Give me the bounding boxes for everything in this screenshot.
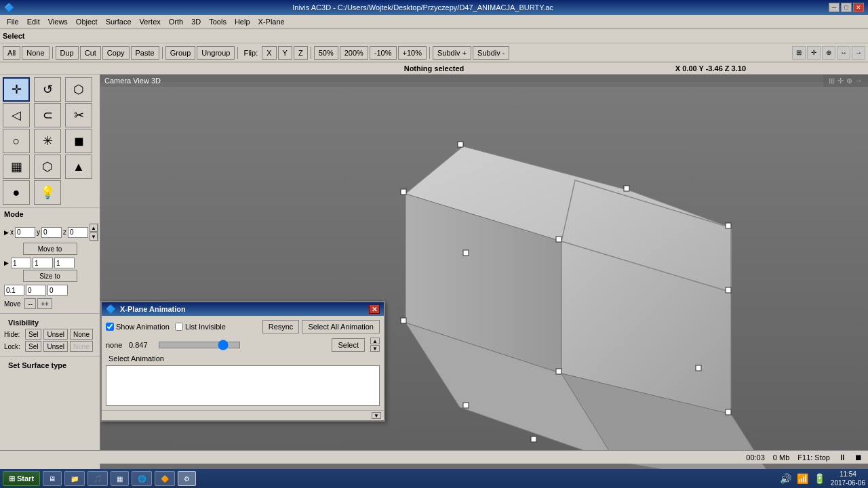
subdiv-plus-button[interactable]: Subdiv + — [433, 46, 471, 60]
lock-none-btn[interactable]: None — [70, 341, 93, 352]
nav-icon-4[interactable]: ↔ — [837, 46, 850, 60]
volume-icon[interactable]: 🔊 — [780, 473, 791, 484]
stop-icon[interactable]: ⏹ — [854, 453, 863, 462]
hide-none-btn[interactable]: None — [70, 329, 93, 340]
offset-x-input[interactable] — [4, 285, 24, 296]
nav-icon-2[interactable]: ✛ — [807, 46, 821, 60]
menu-vertex[interactable]: Vertex — [136, 16, 165, 27]
start-button[interactable]: ⊞ Start — [3, 471, 40, 486]
cut-button[interactable]: Cut — [80, 46, 101, 60]
move-tool-icon[interactable]: ✛ — [3, 77, 30, 102]
menu-object[interactable]: Object — [72, 16, 102, 27]
animation-list[interactable] — [106, 365, 380, 406]
resync-button[interactable]: Resync — [262, 320, 300, 333]
prism-icon[interactable]: ▲ — [65, 155, 92, 179]
nav-icon-5[interactable]: → — [852, 46, 865, 60]
menu-file[interactable]: File — [3, 16, 23, 27]
hide-sel-btn[interactable]: Sel — [25, 329, 41, 340]
taskbar-app-folder[interactable]: 📁 — [64, 471, 85, 486]
show-animation-checkbox[interactable] — [106, 323, 114, 331]
zoom-200-button[interactable]: 200% — [340, 46, 368, 60]
animation-slider[interactable] — [159, 342, 240, 348]
zoom-minus-button[interactable]: -10% — [370, 46, 397, 60]
lasso-icon[interactable]: ⊂ — [34, 103, 61, 127]
rect-icon[interactable]: ◼ — [65, 129, 92, 153]
x-input[interactable] — [15, 227, 35, 238]
ungroup-button[interactable]: Ungroup — [197, 46, 235, 60]
offset-y-input[interactable] — [26, 285, 46, 296]
size-to-button[interactable]: Size to — [23, 270, 77, 282]
xplane-dialog-titlebar: 🔷 X-Plane Animation ✕ — [102, 302, 384, 316]
star-icon[interactable]: ✳ — [34, 129, 61, 153]
lock-unsel-btn[interactable]: Unsel — [43, 341, 68, 352]
menu-xplane[interactable]: X-Plane — [254, 16, 289, 27]
move-to-button[interactable]: Move to — [23, 243, 77, 255]
select-back-icon[interactable]: ◁ — [3, 103, 30, 127]
move-dec-btn[interactable]: -- — [24, 298, 36, 309]
z-input[interactable] — [68, 227, 88, 238]
size-z-input[interactable] — [54, 258, 75, 268]
light-icon[interactable]: 💡 — [34, 180, 61, 205]
network-icon[interactable]: 📶 — [797, 473, 808, 484]
group-button[interactable]: Group — [165, 46, 196, 60]
zoom-50-button[interactable]: 50% — [314, 46, 338, 60]
viewport[interactable]: Camera View 3D ⊞ ✛ ⊕ → — [100, 75, 868, 469]
nav-icon-1[interactable]: ⊞ — [792, 46, 806, 60]
nav-icon-3[interactable]: ⊕ — [822, 46, 835, 60]
list-invisible-checkbox[interactable] — [175, 323, 183, 331]
copy-button[interactable]: Copy — [102, 46, 130, 60]
menu-surface[interactable]: Surface — [102, 16, 136, 27]
menu-help[interactable]: Help — [231, 16, 254, 27]
rotate-tool-icon[interactable]: ↺ — [34, 77, 61, 102]
close-button[interactable]: ✕ — [853, 3, 864, 12]
show-animation-check[interactable]: Show Animation — [106, 323, 170, 331]
flip-x-button[interactable]: X — [262, 46, 276, 60]
scroll-up[interactable]: ▲ — [90, 224, 98, 232]
menu-views[interactable]: Views — [44, 16, 72, 27]
lock-sel-btn[interactable]: Sel — [25, 341, 41, 352]
size-y-input[interactable] — [33, 258, 53, 268]
pause-icon[interactable]: ⏸ — [838, 453, 846, 462]
minimize-button[interactable]: ─ — [829, 3, 840, 12]
taskbar-app-explorer[interactable]: 🖥 — [43, 471, 62, 486]
clock-date: 2017-06-06 — [831, 479, 865, 487]
subdiv-minus-button[interactable]: Subdiv - — [473, 46, 509, 60]
menu-3d[interactable]: 3D — [187, 16, 205, 27]
flip-y-button[interactable]: Y — [278, 46, 292, 60]
scroll-down[interactable]: ▼ — [90, 232, 98, 241]
taskbar-app-orange[interactable]: 🔶 — [155, 471, 175, 486]
footer-scroll-down[interactable]: ▼ — [372, 412, 381, 419]
hide-unsel-btn[interactable]: Unsel — [43, 329, 68, 340]
taskbar-app-ac3d[interactable]: ⚙ — [178, 471, 196, 486]
sphere-icon[interactable]: ● — [3, 180, 30, 205]
xplane-dialog-close[interactable]: ✕ — [369, 304, 380, 314]
zoom-plus-button[interactable]: +10% — [398, 46, 427, 60]
size-x-input[interactable] — [11, 258, 31, 268]
restore-button[interactable]: □ — [841, 3, 852, 12]
paste-button[interactable]: Paste — [131, 46, 159, 60]
taskbar-app-media[interactable]: 🎵 — [87, 471, 108, 486]
scroll-down-arrow[interactable]: ▼ — [370, 345, 380, 352]
taskbar-app-grid[interactable]: ▦ — [111, 471, 129, 486]
select-all-animation-button[interactable]: Select All Animation — [302, 320, 380, 333]
scale-tool-icon[interactable]: ⬡ — [65, 77, 92, 102]
y-input[interactable] — [41, 227, 62, 238]
menu-edit[interactable]: Edit — [23, 16, 44, 27]
scroll-up-arrow[interactable]: ▲ — [370, 338, 380, 344]
dup-button[interactable]: Dup — [56, 46, 79, 60]
menu-orth[interactable]: Orth — [165, 16, 187, 27]
battery-icon[interactable]: 🔋 — [814, 473, 825, 484]
hex-icon[interactable]: ⬡ — [34, 155, 61, 179]
taskbar-app-browser[interactable]: 🌐 — [132, 471, 152, 486]
move-inc-btn[interactable]: ++ — [37, 298, 52, 309]
grid-icon[interactable]: ▦ — [3, 155, 30, 179]
select-animation-button[interactable]: Select — [332, 338, 365, 352]
circle-icon[interactable]: ○ — [3, 129, 30, 153]
none-button[interactable]: None — [22, 46, 49, 60]
offset-z-input[interactable] — [47, 285, 68, 296]
menu-tools[interactable]: Tools — [205, 16, 231, 27]
cut-icon[interactable]: ✂ — [65, 103, 92, 127]
flip-z-button[interactable]: Z — [294, 46, 308, 60]
all-button[interactable]: All — [3, 46, 20, 60]
list-invisible-check[interactable]: List Invisible — [175, 323, 226, 331]
